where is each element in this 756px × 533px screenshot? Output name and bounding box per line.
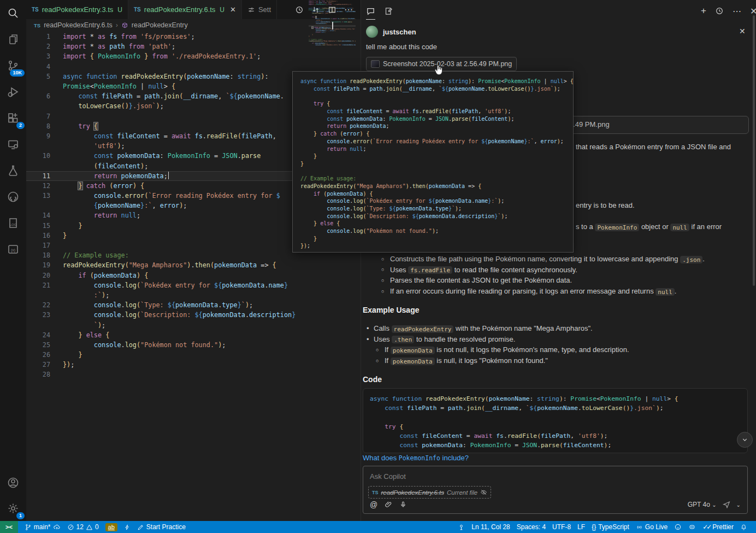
code-line[interactable]: 23 console.log(`Description: ${pokemonDa…: [26, 310, 361, 320]
go-live-item[interactable]: Go Live: [633, 521, 671, 533]
timeline-icon[interactable]: [295, 5, 304, 14]
example-usage-heading: Example Usage: [363, 306, 420, 314]
prettier-item[interactable]: ✓✓ Prettier: [699, 521, 737, 533]
lightning-item[interactable]: [121, 521, 134, 533]
bullet-item: ○Uses fs.readFile to read the file conte…: [372, 265, 749, 276]
history-icon[interactable]: [715, 5, 724, 17]
send-button[interactable]: [722, 500, 731, 509]
response-code-block[interactable]: async function readPokedexEntry(pokemonN…: [363, 388, 748, 453]
code-line[interactable]: 22 console.log(`Type: ${pokemonData.type…: [26, 300, 361, 310]
modified-indicator: U: [220, 6, 225, 14]
code-line[interactable]: :`);: [26, 290, 361, 300]
extensions-activity-item[interactable]: 2: [0, 105, 26, 131]
example-bullet-list: •Calls readPokedexEntry with the Pokémon…: [367, 323, 749, 366]
language-item[interactable]: {}TypeScript: [588, 521, 633, 533]
tab-settings[interactable]: Sett: [242, 0, 277, 19]
code-line: const fileContent = await fs.readFile(fi…: [300, 108, 565, 115]
code-line: 21 console.log(`Pokédex entry for ${poke…: [309, 44, 356, 45]
code-line: try {: [370, 422, 741, 431]
attachment-name: Screenshot 2025-02-03 at 2.56.49 PM.png: [383, 60, 512, 68]
remove-message-icon[interactable]: ✕: [739, 27, 746, 36]
code-line[interactable]: 28: [26, 370, 361, 379]
run-debug-icon: [7, 85, 20, 98]
code-line[interactable]: 25 console.log("Pokémon not found.");: [26, 340, 361, 350]
code-line[interactable]: 21 console.log(`Pokédex entry for ${poke…: [26, 280, 361, 290]
followup-suggestion-link[interactable]: What does PokemonInfo include?: [363, 454, 469, 462]
minimap[interactable]: 1import * as fs from 'fs/promises';2impo…: [309, 1, 356, 45]
image-thumbnail-icon: [371, 60, 380, 68]
copilot-edits-icon[interactable]: [384, 5, 393, 17]
files-icon: [7, 33, 20, 46]
code-line[interactable]: 3import { PokemonInfo } from './readPoke…: [26, 51, 361, 61]
chat-view-icon[interactable]: [366, 5, 375, 17]
run-debug-activity-item[interactable]: [0, 79, 26, 105]
ab-badge[interactable]: ab: [102, 521, 121, 533]
input-toolbar: @: [370, 500, 407, 509]
code-line: const pokemonData: PokemonInfo = JSON.pa…: [300, 115, 565, 122]
more-icon[interactable]: ⋯: [733, 5, 741, 17]
status-bar-right: Ln 11, Col 28 Spaces: 4 UTF-8 LF {}TypeS…: [454, 521, 756, 533]
scroll-to-bottom-button[interactable]: [737, 432, 753, 448]
code-line[interactable]: 20 if (pokemonData) {: [26, 271, 361, 280]
scrollbar-thumb[interactable]: [753, 15, 755, 286]
typescript-file-icon: TS: [34, 22, 40, 28]
vscode-window: 10K2LOG(x)1 TS readPokedexEntry.3.ts U T…: [0, 0, 756, 533]
eol-item[interactable]: LF: [574, 521, 588, 533]
mention-icon[interactable]: @: [370, 500, 377, 509]
svg-text:(x): (x): [11, 248, 15, 253]
code-line: const pokemonData: PokemonInfo = JSON.pa…: [370, 441, 741, 450]
response-bullet-list: ○Constructs the file path using the Poké…: [372, 254, 749, 296]
new-chat-icon[interactable]: +: [701, 5, 706, 17]
code-line[interactable]: 19readPokedexEntry("Mega Ampharos").then…: [26, 260, 361, 270]
bullet-item: •Uses .then to handle the resolved promi…: [367, 334, 749, 345]
bullet-item: ○If an error occurs during file reading …: [372, 286, 749, 297]
code-line[interactable]: 26 }: [26, 350, 361, 360]
code-line: console.log("Pokémon not found.");: [300, 227, 565, 235]
context-attachment-chip[interactable]: TS readPokedexEntry.6.ts Current file: [368, 486, 491, 499]
encoding-item[interactable]: UTF-8: [549, 521, 574, 533]
start-practice-item[interactable]: Start Practice: [134, 521, 189, 533]
github-activity-item[interactable]: [0, 184, 26, 210]
beaker-activity-item[interactable]: [0, 157, 26, 184]
git-branch-item[interactable]: main*: [21, 521, 64, 533]
code-line: const filePath = path.join(__dirname, `$…: [370, 403, 741, 413]
send-dropdown-icon[interactable]: ⌄: [736, 502, 741, 508]
indentation-item[interactable]: Spaces: 4: [513, 521, 549, 533]
code-line[interactable]: 24 } else {: [26, 330, 361, 340]
text-cursor: [168, 172, 169, 179]
ports-item[interactable]: [454, 521, 468, 533]
remote-explorer-activity-item[interactable]: [0, 131, 26, 157]
source-control-activity-item[interactable]: 10K: [0, 52, 26, 79]
remote-indicator[interactable]: ><: [0, 521, 18, 533]
mic-icon[interactable]: [399, 501, 407, 508]
copilot-icon[interactable]: [685, 521, 699, 533]
files-activity-item[interactable]: [0, 26, 26, 52]
code-line[interactable]: `);: [26, 320, 361, 330]
search-activity-item[interactable]: [0, 0, 26, 26]
notifications-bell-icon[interactable]: [737, 521, 751, 533]
model-picker[interactable]: GPT 4o ⌄: [688, 501, 717, 508]
tab-readPokedexEntry-6[interactable]: TS readPokedexEntry.6.ts U ✕: [128, 0, 242, 19]
activity-bar: 10K2LOG(x)1: [0, 0, 27, 521]
output-log-activity-item[interactable]: LOG: [0, 210, 26, 236]
code-line[interactable]: 27});: [26, 360, 361, 370]
eye-off-icon[interactable]: [480, 489, 487, 496]
breadcrumb-file: readPokedexEntry.6.ts: [44, 21, 113, 29]
close-tab-icon[interactable]: ✕: [230, 5, 236, 14]
feedback-icon[interactable]: [671, 521, 685, 533]
bullet-item: ○Parses the file content as JSON to get …: [372, 275, 749, 286]
cursor-position-item[interactable]: Ln 11, Col 28: [468, 521, 513, 533]
tab-readPokedexEntry-3[interactable]: TS readPokedexEntry.3.ts U: [26, 0, 128, 19]
response-text-fragment: entry is to be read.: [576, 201, 635, 209]
gear-activity-item[interactable]: 1: [0, 495, 26, 522]
problems-item[interactable]: 12 0: [64, 521, 102, 533]
account-activity-item[interactable]: [0, 470, 26, 496]
code-line[interactable]: 4: [26, 62, 361, 72]
code-line: }: [300, 235, 565, 242]
attach-icon[interactable]: [385, 501, 392, 508]
tab-label: Sett: [258, 5, 271, 14]
console-activity-item[interactable]: (x): [0, 236, 26, 262]
avatar: [366, 26, 378, 38]
chat-input[interactable]: Ask Copilot TS readPokedexEntry.6.ts Cur…: [363, 466, 748, 514]
code-line: const fileContent = await fs.readFile(fi…: [370, 431, 741, 441]
